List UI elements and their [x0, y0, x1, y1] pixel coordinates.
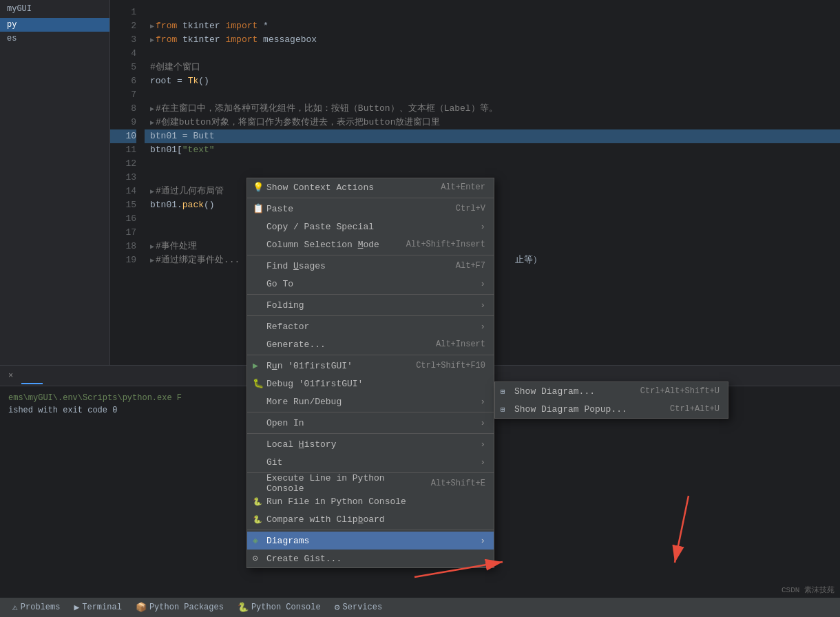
- code-line-8: ▶#在主窗口中，添加各种可视化组件，比如：按钮（Button）、文本框（Labe…: [145, 102, 840, 116]
- submenu-shortcut-show-diagram: Ctrl+Alt+Shift+U: [640, 386, 720, 396]
- menu-label-folding: Folding: [266, 300, 474, 311]
- status-services-label: Services: [343, 603, 383, 612]
- arrow-icon-diagrams: ›: [480, 536, 485, 546]
- line-8: 8: [110, 102, 136, 116]
- diagrams-icon: ◈: [253, 535, 258, 546]
- line-3: 3: [110, 33, 136, 47]
- menu-label-show-context-actions: Show Context Actions: [266, 182, 427, 193]
- divider-3: [247, 294, 494, 295]
- submenu-show-diagram-popup[interactable]: ⊞ Show Diagram Popup... Ctrl+Alt+U: [495, 400, 728, 418]
- menu-copy-paste-special[interactable]: Copy / Paste Special ›: [247, 218, 494, 236]
- arrow-icon-folding: ›: [480, 300, 485, 311]
- menu-label-copy-paste-special: Copy / Paste Special: [266, 222, 474, 232]
- status-terminal[interactable]: ▶ Terminal: [67, 598, 128, 617]
- menu-label-diagrams: Diagrams: [266, 536, 474, 546]
- line-numbers: 1 2 3 4 5 6 7 8 9 10 11 12 13 14 15 16 1…: [110, 0, 145, 365]
- run-icon: ▶: [253, 360, 258, 371]
- status-terminal-label: Terminal: [82, 603, 122, 612]
- line-9: 9: [110, 116, 136, 129]
- menu-local-history[interactable]: Local History ›: [247, 435, 494, 453]
- code-line-5: #创建个窗口: [145, 61, 840, 74]
- arrow-icon-git: ›: [480, 457, 485, 468]
- arrow-icon-go-to: ›: [480, 279, 485, 289]
- menu-shortcut-execute-line: Alt+Shift+E: [431, 479, 485, 488]
- submenu-label-show-diagram-popup: Show Diagram Popup...: [514, 404, 656, 415]
- terminal-icon: ▶: [74, 602, 79, 613]
- menu-show-context-actions[interactable]: 💡 Show Context Actions Alt+Enter: [247, 178, 494, 196]
- project-title: myGUI: [0, 0, 109, 18]
- file-item-selected[interactable]: py: [0, 18, 109, 32]
- services-icon: ⚙: [335, 602, 340, 613]
- menu-folding[interactable]: Folding ›: [247, 296, 494, 314]
- file-item-es[interactable]: es: [0, 32, 109, 45]
- menu-create-gist[interactable]: ⊙ Create Gist...: [247, 550, 494, 567]
- menu-label-git: Git: [266, 457, 474, 468]
- menu-label-execute-line: Execute Line in Python Console: [266, 473, 417, 494]
- menu-shortcut-paste: Ctrl+V: [456, 204, 485, 213]
- menu-run[interactable]: ▶ Run '01firstGUI' Ctrl+Shift+F10: [247, 357, 494, 375]
- menu-label-go-to: Go To: [266, 279, 474, 289]
- divider-6: [247, 412, 494, 412]
- menu-label-run-file-console: Run File in Python Console: [266, 496, 485, 507]
- github-icon: ⊙: [253, 553, 258, 564]
- code-line-11: btn01["text": [145, 143, 840, 157]
- menu-label-column-selection: Column Selection Mode: [266, 240, 392, 250]
- terminal-tab-label[interactable]: ×: [0, 368, 21, 384]
- python-console-icon: 🐍: [238, 602, 249, 613]
- menu-shortcut-show-context-actions: Alt+Enter: [441, 182, 485, 192]
- menu-label-refactor: Refactor: [266, 322, 474, 332]
- diagram-icon-1: ⊞: [501, 387, 505, 396]
- menu-column-selection[interactable]: Column Selection Mode Alt+Shift+Insert: [247, 236, 494, 253]
- left-panel: myGUI py es: [0, 0, 110, 365]
- line-13: 13: [110, 171, 136, 185]
- line-12: 12: [110, 157, 136, 171]
- menu-shortcut-generate: Alt+Insert: [436, 339, 485, 349]
- menu-git[interactable]: Git ›: [247, 453, 494, 471]
- warning-icon: ⚠: [12, 602, 18, 613]
- divider-1: [247, 198, 494, 198]
- menu-label-debug: Debug '01firstGUI': [266, 379, 485, 389]
- line-1: 1: [110, 6, 136, 19]
- menu-find-usages[interactable]: Find Usages Alt+F7: [247, 257, 494, 275]
- line-10: 10: [110, 129, 136, 143]
- menu-run-file-console[interactable]: 🐍 Run File in Python Console: [247, 492, 494, 510]
- menu-refactor[interactable]: Refactor ›: [247, 317, 494, 335]
- terminal-tab-active[interactable]: [21, 368, 43, 384]
- submenu-diagrams[interactable]: ⊞ Show Diagram... Ctrl+Alt+Shift+U ⊞ Sho…: [494, 381, 728, 419]
- status-services[interactable]: ⚙ Services: [328, 598, 389, 617]
- menu-debug[interactable]: 🐛 Debug '01firstGUI': [247, 375, 494, 393]
- status-problems-label: Problems: [21, 603, 61, 612]
- python-icon-1: 🐍: [253, 497, 262, 506]
- menu-execute-line[interactable]: Execute Line in Python Console Alt+Shift…: [247, 474, 494, 492]
- menu-label-paste: Paste: [266, 204, 442, 214]
- menu-shortcut-column-selection: Alt+Shift+Insert: [406, 240, 485, 249]
- context-menu[interactable]: 💡 Show Context Actions Alt+Enter 📋 Paste…: [246, 178, 494, 568]
- status-problems[interactable]: ⚠ Problems: [6, 598, 67, 617]
- menu-more-run-debug[interactable]: More Run/Debug ›: [247, 393, 494, 410]
- code-line-12: [145, 157, 840, 171]
- divider-9: [247, 530, 494, 530]
- menu-go-to[interactable]: Go To ›: [247, 275, 494, 293]
- line-19: 19: [110, 253, 136, 267]
- arrow-icon-local-history: ›: [480, 439, 485, 450]
- menu-paste[interactable]: 📋 Paste Ctrl+V: [247, 200, 494, 218]
- line-16: 16: [110, 212, 136, 226]
- line-11: 11: [110, 143, 136, 157]
- status-python-packages-label: Python Packages: [149, 603, 224, 612]
- code-line-1: [145, 6, 840, 19]
- menu-compare-clipboard[interactable]: 🐍 Compare with Clipboard: [247, 510, 494, 528]
- line-5: 5: [110, 61, 136, 74]
- divider-2: [247, 255, 494, 255]
- diagram-icon-2: ⊞: [501, 405, 505, 414]
- submenu-show-diagram[interactable]: ⊞ Show Diagram... Ctrl+Alt+Shift+U: [495, 382, 728, 400]
- menu-open-in[interactable]: Open In ›: [247, 414, 494, 432]
- arrow-icon-more-run-debug: ›: [480, 397, 485, 407]
- divider-7: [247, 433, 494, 434]
- menu-diagrams[interactable]: ◈ Diagrams ›: [247, 532, 494, 550]
- status-python-console[interactable]: 🐍 Python Console: [231, 598, 328, 617]
- terminal-path: ems\myGUI\.env\Scripts\python.exe F: [8, 393, 182, 403]
- code-line-6: root = Tk(): [145, 74, 840, 88]
- menu-label-generate: Generate...: [266, 339, 422, 350]
- status-python-packages[interactable]: 📦 Python Packages: [129, 598, 231, 617]
- menu-generate[interactable]: Generate... Alt+Insert: [247, 335, 494, 353]
